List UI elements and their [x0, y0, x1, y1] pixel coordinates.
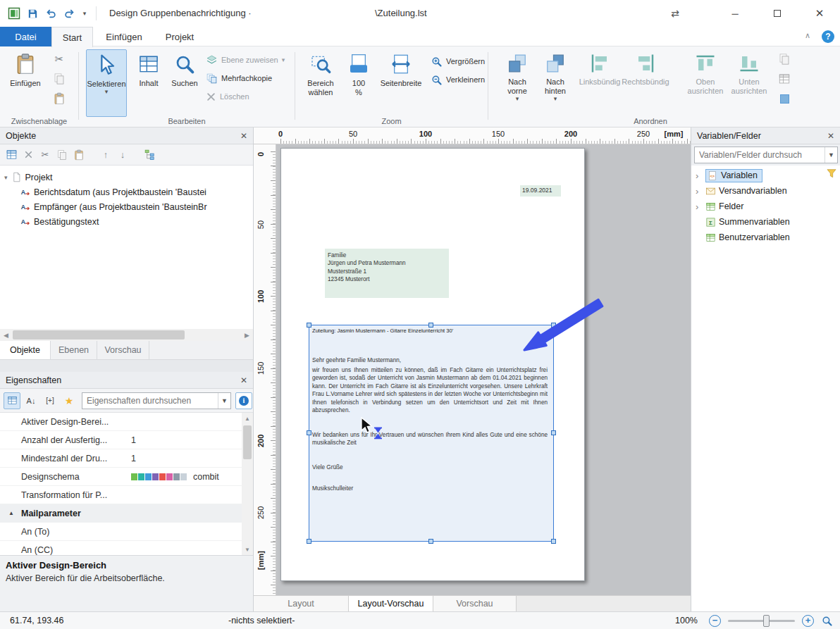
send-to-back-button[interactable]: Nach hinten ▾ — [538, 49, 573, 117]
tree-node-project[interactable]: ▾ Projekt — [4, 170, 52, 185]
minimize-button[interactable]: ─ — [720, 0, 750, 27]
address-field[interactable]: Familie Jürgen und Petra Mustermann Must… — [325, 249, 449, 298]
tab-datei[interactable]: Datei — [0, 27, 51, 46]
paste-options-button[interactable] — [51, 90, 68, 107]
scroll-up-icon[interactable]: ▲ — [242, 413, 253, 424]
hierarchy-view-button[interactable] — [141, 147, 158, 163]
copy-button[interactable] — [51, 70, 68, 87]
move-down-button[interactable]: ↓ — [114, 147, 131, 163]
zoom-out-icon[interactable]: − — [709, 615, 721, 627]
cut-object-button[interactable]: ✂ — [37, 147, 54, 163]
align-right-button[interactable]: Rechtsbündig — [622, 49, 669, 117]
properties-panel-close-icon[interactable]: ✕ — [240, 375, 247, 385]
chevron-right-icon[interactable]: › — [696, 186, 703, 197]
selection-handle[interactable] — [428, 539, 433, 544]
zoom-select-area-button[interactable]: Bereich wählen — [301, 49, 340, 117]
help-icon[interactable]: ? — [822, 30, 834, 43]
align-top-button[interactable]: Oben ausrichten — [686, 49, 725, 117]
page-width-button[interactable]: Seitenbreite — [377, 49, 425, 117]
tree-node-versandvariablen[interactable]: › Versandvariablen — [696, 183, 787, 199]
send-to-back-caret-icon[interactable]: ▾ — [554, 96, 557, 101]
selection-handle[interactable] — [307, 539, 311, 544]
properties-vertical-scrollbar[interactable]: ▲ ▼ — [242, 413, 253, 555]
tree-node-benutzervariablen[interactable]: Benutzervariablen — [705, 230, 790, 245]
scroll-right-icon[interactable]: ▶ — [241, 329, 253, 341]
search-button[interactable]: Suchen — [168, 49, 202, 117]
group-expander-icon[interactable]: ▲ — [8, 510, 14, 516]
tab-vorschau-view[interactable]: Vorschau — [433, 596, 517, 611]
multi-copy-button[interactable]: Mehrfachkopie — [206, 70, 272, 86]
tree-node-summenvariablen[interactable]: Summenvariablen — [705, 214, 790, 230]
objects-horizontal-scrollbar[interactable]: ◀ ▶ — [0, 329, 253, 341]
tab-einfuegen[interactable]: Einfügen — [99, 27, 149, 46]
scroll-left-icon[interactable]: ◀ — [0, 329, 12, 341]
tab-layout[interactable]: Layout — [254, 596, 349, 611]
selection-handle[interactable] — [551, 430, 556, 435]
tree-node-felder[interactable]: › Felder — [696, 199, 743, 214]
property-row[interactable]: An (CC) — [0, 541, 242, 555]
tab-start[interactable]: Start — [51, 27, 93, 47]
selection-handle[interactable] — [307, 430, 311, 435]
assign-layer-button[interactable]: Ebene zuweisen▾ — [206, 52, 285, 68]
maximize-button[interactable] — [762, 0, 792, 27]
date-field[interactable]: 19.09.2021 — [520, 185, 561, 197]
property-group-mailparameter[interactable]: ▲ Mailparameter — [0, 504, 242, 523]
tab-objekte[interactable]: Objekte — [0, 341, 51, 359]
property-row[interactable]: An (To) — [0, 523, 242, 541]
tree-node-berichtsdatum[interactable]: Berichtsdatum (aus Projektbaustein 'Baus… — [20, 185, 206, 199]
tab-ebenen[interactable]: Ebenen — [51, 341, 97, 359]
objects-panel-close-icon[interactable]: ✕ — [240, 131, 247, 141]
property-row[interactable]: Mindestzahl der Dru...1 — [0, 449, 242, 468]
select-mode-caret-icon[interactable]: ▾ — [105, 89, 109, 94]
undo-button[interactable] — [42, 5, 59, 22]
redo-button[interactable] — [61, 5, 78, 22]
bring-to-front-button[interactable]: Nach vorne ▾ — [500, 49, 535, 117]
same-size-button[interactable] — [776, 51, 793, 68]
letter-text-frame[interactable]: Zuteilung: Jasmin Mustermann - Gitarre E… — [309, 325, 554, 542]
variables-search-dropdown-icon[interactable]: ▼ — [824, 147, 837, 163]
tree-node-empfaenger[interactable]: Empfänger (aus Projektbaustein 'Baustein… — [20, 199, 207, 214]
property-row-designschema[interactable]: Designschema combit — [0, 468, 242, 486]
scroll-down-icon[interactable]: ▼ — [242, 544, 253, 555]
insert-object-button[interactable] — [3, 147, 20, 163]
panel-splitter[interactable] — [0, 360, 253, 372]
zoom-out-button[interactable]: Verkleinern — [431, 72, 485, 87]
align-left-button[interactable]: Linksbündig — [579, 49, 621, 117]
zoom-slider[interactable] — [728, 620, 795, 622]
bring-to-front-caret-icon[interactable]: ▾ — [516, 96, 519, 101]
tree-node-variablen[interactable]: › Variablen — [696, 168, 762, 183]
scrollbar-thumb[interactable] — [243, 425, 252, 459]
align-bottom-button[interactable]: Unten ausrichten — [728, 49, 770, 117]
arrange-grid-button[interactable] — [776, 70, 793, 87]
design-canvas[interactable]: 19.09.2021 Familie Jürgen und Petra Must… — [276, 144, 691, 595]
selection-handle[interactable] — [551, 539, 556, 544]
expand-all-button[interactable]: [+] — [42, 392, 58, 409]
tab-vorschau[interactable]: Vorschau — [97, 341, 149, 359]
paste-object-button[interactable] — [70, 147, 87, 163]
property-row[interactable]: Anzahl der Ausfertig...1 — [0, 431, 242, 449]
properties-search-input[interactable] — [82, 396, 218, 406]
zoom-in-button[interactable]: Vergrößern — [431, 54, 485, 69]
zoom-fit-icon[interactable] — [821, 615, 833, 627]
delete-object-button[interactable] — [20, 147, 37, 163]
properties-search-dropdown-icon[interactable]: ▼ — [218, 393, 230, 409]
paste-button[interactable]: Einfügen — [6, 49, 45, 117]
collapse-ribbon-icon[interactable]: ∧ — [805, 31, 810, 40]
zoom-slider-thumb[interactable] — [763, 615, 770, 627]
selection-handle[interactable] — [307, 323, 311, 328]
save-button[interactable] — [24, 5, 41, 22]
move-up-button[interactable]: ↑ — [97, 147, 114, 163]
zoom-in-icon[interactable]: + — [802, 615, 814, 627]
sort-alphabetical-button[interactable]: A↓ — [23, 392, 39, 409]
selection-handle[interactable] — [551, 323, 556, 328]
category-view-button[interactable] — [4, 392, 20, 409]
scrollbar-thumb[interactable] — [13, 330, 185, 340]
property-row[interactable]: Aktiver Design-Berei... — [0, 413, 242, 431]
properties-search-box[interactable]: ▼ — [82, 392, 231, 409]
tab-layout-vorschau[interactable]: Layout-Vorschau — [349, 596, 433, 611]
info-button[interactable]: i — [235, 392, 252, 409]
variables-search-box[interactable]: ▼ — [694, 147, 838, 163]
content-button[interactable]: Inhalt — [132, 49, 165, 117]
filter-funnel-icon[interactable] — [826, 168, 837, 179]
favorites-star-icon[interactable]: ★ — [61, 392, 78, 409]
